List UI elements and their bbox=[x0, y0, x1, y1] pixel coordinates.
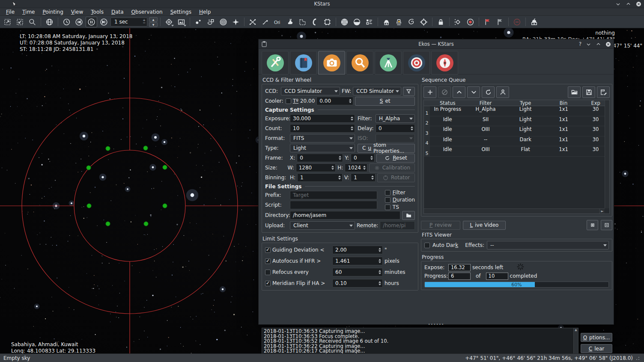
set-time-button[interactable] bbox=[61, 17, 72, 27]
meridian-flip-checkbox[interactable] bbox=[265, 281, 271, 286]
show-stars-button[interactable] bbox=[193, 17, 204, 27]
tab-capture[interactable] bbox=[318, 51, 345, 74]
constellation-figure-button[interactable] bbox=[284, 17, 296, 27]
menu-settings[interactable]: Settings bbox=[167, 9, 195, 15]
directory-input[interactable]: /home/jasem bbox=[290, 211, 400, 220]
filter-wheel-select[interactable]: CCD Simulator bbox=[353, 87, 401, 95]
maximize-icon[interactable] bbox=[625, 1, 631, 7]
prefix-ts-checkbox[interactable] bbox=[385, 205, 391, 210]
angles-button[interactable] bbox=[452, 17, 464, 27]
splitter-handle[interactable]: •••••• bbox=[259, 323, 614, 326]
sequence-move-down-button[interactable] bbox=[467, 86, 480, 98]
tab-align[interactable] bbox=[431, 51, 458, 74]
sequence-add-button[interactable] bbox=[423, 86, 436, 98]
frame-y-spinbox[interactable]: 0 bbox=[351, 154, 375, 162]
browse-directory-button[interactable] bbox=[402, 211, 415, 220]
count-spinbox[interactable]: 10 bbox=[290, 124, 355, 133]
ekos-close-icon[interactable] bbox=[605, 41, 611, 47]
center-telescope-button[interactable] bbox=[418, 17, 429, 27]
prefix-input[interactable]: Target bbox=[290, 191, 377, 199]
deep-sky-objects-button[interactable] bbox=[205, 17, 217, 27]
prefix-duration-checkbox[interactable] bbox=[385, 197, 391, 203]
zoom-out-button[interactable] bbox=[14, 17, 26, 27]
reset-frame-button[interactable]: Reset bbox=[376, 154, 415, 163]
menu-help[interactable]: Help bbox=[196, 9, 214, 15]
menu-data[interactable]: Data bbox=[108, 9, 127, 15]
menu-tools[interactable]: Tools bbox=[87, 9, 107, 15]
equatorial-grid-button[interactable] bbox=[322, 17, 333, 27]
prefix-filter-checkbox[interactable] bbox=[385, 190, 391, 196]
exposure-spinbox[interactable]: 30.000 bbox=[290, 114, 355, 123]
options-button[interactable]: Options... bbox=[581, 333, 612, 342]
tab-mount[interactable] bbox=[375, 51, 402, 74]
help-icon[interactable]: ? bbox=[579, 41, 581, 47]
sequence-open-folder-button[interactable] bbox=[568, 86, 581, 98]
zoom-in-button[interactable] bbox=[2, 17, 13, 27]
tab-focus[interactable] bbox=[346, 51, 373, 74]
sky-map[interactable]: LT: 10:28:08 AM Saturday, January 13, 20… bbox=[0, 28, 644, 353]
log-scrollbar[interactable]: ▲▼ bbox=[573, 328, 578, 353]
sequence-row[interactable]: 1In ProgressH_AlphaLight1x130 bbox=[424, 106, 609, 116]
script-input[interactable] bbox=[290, 201, 377, 209]
filter-select[interactable]: H_Alpha bbox=[376, 114, 415, 123]
clear-button[interactable]: Clear bbox=[581, 344, 612, 353]
autofocus-hfr-checkbox[interactable] bbox=[265, 258, 271, 264]
binning-h-spinbox[interactable]: 1 bbox=[297, 173, 343, 182]
view-image-button[interactable] bbox=[176, 17, 187, 27]
stop-sequence-button[interactable] bbox=[587, 220, 598, 230]
close-icon[interactable] bbox=[635, 1, 641, 7]
sequence-horizontal-scrollbar[interactable]: ► bbox=[424, 208, 605, 214]
menu-time[interactable]: Time bbox=[19, 9, 38, 15]
menu-view[interactable]: View bbox=[68, 9, 86, 15]
filter-options-button[interactable] bbox=[403, 87, 415, 96]
pause-button[interactable] bbox=[86, 17, 97, 27]
type-select[interactable]: Light bbox=[290, 144, 355, 152]
sequence-vertical-scrollbar[interactable] bbox=[605, 100, 609, 208]
lock-button[interactable] bbox=[435, 17, 447, 27]
size-h-spinbox[interactable]: 1024 bbox=[345, 163, 367, 172]
timestep-mini-buttons[interactable]: +− bbox=[143, 19, 147, 24]
format-select[interactable]: FITS bbox=[290, 134, 355, 142]
sequence-save-as-button[interactable] bbox=[597, 86, 610, 98]
main-titlebar[interactable]: KStars bbox=[0, 0, 644, 8]
timestep-spinbox[interactable]: 1 sec+− bbox=[110, 18, 147, 27]
menu-file[interactable]: File bbox=[3, 9, 18, 15]
frame-x-spinbox[interactable]: 0 bbox=[297, 154, 343, 162]
timestep-step-buttons[interactable]: ▲▼ bbox=[149, 17, 158, 27]
custom-properties-button[interactable]: Custom Properties... bbox=[358, 144, 415, 153]
sequence-table[interactable]: StatusFilterTypeBinExp1In ProgressH_Alph… bbox=[423, 100, 610, 214]
cooler-checkbox[interactable] bbox=[286, 98, 291, 104]
refocus-every-checkbox[interactable] bbox=[265, 270, 271, 275]
sequence-row[interactable]: 4Idle--Dark1x130 bbox=[424, 136, 609, 147]
sequence-save-button[interactable] bbox=[582, 86, 595, 98]
record-button[interactable] bbox=[465, 17, 476, 27]
legend-button[interactable] bbox=[364, 17, 375, 27]
live-video-button[interactable]: Live Video bbox=[463, 221, 506, 230]
refocus-every-spinbox[interactable]: 60 bbox=[332, 268, 383, 276]
pause-sequence-button[interactable] bbox=[601, 220, 612, 230]
minimize-icon[interactable] bbox=[615, 1, 621, 7]
log-panel[interactable]: 2018-01-13T10:36:53 Capturing image...20… bbox=[262, 328, 578, 353]
tab-setup[interactable] bbox=[262, 51, 289, 74]
horizon-button[interactable] bbox=[351, 17, 363, 27]
sequence-row[interactable]: 2IdleSIILight1x130 bbox=[424, 116, 609, 127]
binning-v-spinbox[interactable]: 1 bbox=[351, 173, 376, 182]
guiding-deviation-spinbox[interactable]: 2.00 bbox=[332, 246, 383, 254]
delay-spinbox[interactable]: 0 bbox=[376, 124, 415, 133]
find-object-button[interactable] bbox=[27, 17, 38, 27]
supernovae-button[interactable] bbox=[218, 17, 229, 27]
tab-scheduler[interactable] bbox=[290, 51, 317, 74]
upload-select[interactable]: Client bbox=[290, 221, 355, 230]
menu-observation[interactable]: Observation bbox=[128, 9, 166, 15]
flag-red-button[interactable] bbox=[482, 17, 493, 27]
constellation-names-button[interactable]: Ori bbox=[272, 17, 283, 27]
ekos-minimize-icon[interactable] bbox=[585, 41, 591, 47]
sequence-row[interactable]: 3IdleOIIILight1x130 bbox=[424, 126, 609, 136]
menu-pointing[interactable]: Pointing bbox=[39, 9, 66, 15]
meridian-flip-spinbox[interactable]: 0.10 bbox=[332, 279, 383, 288]
geolocation-button[interactable] bbox=[44, 17, 55, 27]
sequence-row[interactable]: 5IdleOIIIFlat1x130 bbox=[424, 146, 609, 157]
disconnect-button[interactable] bbox=[511, 17, 523, 27]
ccd-select[interactable]: CCD Simulator bbox=[281, 87, 340, 95]
ekos-maximize-icon[interactable] bbox=[595, 41, 601, 47]
